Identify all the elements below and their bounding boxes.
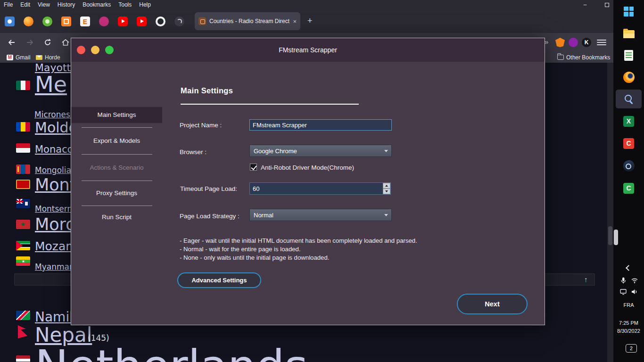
sidebar-divider xyxy=(82,181,152,181)
country-link-monaco[interactable]: Monaco xyxy=(35,144,74,155)
help-line-none: - None - only waits until the initial pa… xyxy=(180,254,329,261)
overflow-chevron-icon[interactable]: » xyxy=(545,38,548,46)
country-link-mongolia[interactable]: Mongolia xyxy=(35,165,71,175)
next-button[interactable]: Next xyxy=(457,294,528,314)
active-tab[interactable]: Countries - Radio Stream Direct × xyxy=(195,12,300,30)
tab-close-icon[interactable]: × xyxy=(293,18,297,25)
file-explorer-icon xyxy=(623,30,635,38)
country-link-morocco[interactable]: Moro xyxy=(35,215,76,234)
pinned-tab-youtube2-icon[interactable] xyxy=(137,16,147,26)
screen: Mayotte Me Micronesi Moldo Monaco Mongol… xyxy=(0,0,644,362)
search-icon xyxy=(624,94,634,104)
spin-up-button[interactable] xyxy=(383,183,390,189)
pinned-tab-github-icon[interactable] xyxy=(156,16,165,26)
taskbar-scroll-indicator[interactable] xyxy=(614,230,618,245)
steam-button[interactable] xyxy=(613,156,644,176)
flag-morocco-icon xyxy=(16,220,30,229)
fmstream-scrapper-dialog: FMstream Scrapper Main Settings Export &… xyxy=(71,38,545,325)
pinned-tab-youtube-icon[interactable] xyxy=(118,16,128,26)
sidebar-item-export-models[interactable]: Export & Models xyxy=(71,133,162,149)
strategy-label: Page Load Strategy : xyxy=(180,213,239,220)
envelope-icon xyxy=(36,55,42,60)
strategy-select-value: Normal xyxy=(254,212,273,219)
window-minimize-button[interactable]: – xyxy=(574,0,596,9)
speaker-icon[interactable] xyxy=(631,288,638,296)
k-extension-icon[interactable]: K xyxy=(582,38,591,47)
flag-montenegro-icon xyxy=(16,180,30,189)
menu-edit[interactable]: Edit xyxy=(17,0,34,9)
sidebar-item-run-script[interactable]: Run Script xyxy=(71,209,162,225)
spin-down-button[interactable] xyxy=(383,189,390,194)
country-link-netherlands[interactable]: Netherlands xyxy=(35,340,308,362)
windows-logo-icon xyxy=(624,7,634,16)
metamask-extension-icon[interactable] xyxy=(555,38,565,47)
clock-time[interactable]: 7:25 PM xyxy=(613,320,644,326)
browser-select[interactable]: Google Chrome xyxy=(249,145,392,157)
sidebar-divider xyxy=(82,206,152,206)
sidebar-item-main-settings[interactable]: Main Settings xyxy=(71,107,162,123)
country-link-mexico[interactable]: Me xyxy=(35,72,67,97)
notification-center-button[interactable]: 2 xyxy=(626,344,637,353)
flag-montserrat-icon xyxy=(16,199,30,208)
green-app-button[interactable]: C xyxy=(613,178,644,198)
flag-moldova-icon xyxy=(16,122,30,132)
flag-myanmar-icon xyxy=(16,256,30,266)
project-name-input[interactable] xyxy=(249,119,392,131)
sidebar-item-proxy-settings[interactable]: Proxy Settings xyxy=(71,185,162,201)
scrollbar-thumb[interactable] xyxy=(608,226,612,245)
anti-robot-checkbox[interactable] xyxy=(250,164,257,171)
menu-tools[interactable]: Tools xyxy=(115,0,135,9)
pinned-tab-globe-icon[interactable] xyxy=(174,16,184,26)
country-link-myanmar[interactable]: Myanmar xyxy=(35,262,73,272)
menu-history[interactable]: History xyxy=(54,0,79,9)
pinned-tab-green-icon[interactable] xyxy=(42,16,52,26)
strategy-select[interactable]: Normal xyxy=(249,209,392,221)
new-tab-button[interactable]: + xyxy=(307,16,313,26)
bookmark-horde[interactable]: Horde xyxy=(36,52,60,63)
timeout-spinbox xyxy=(249,182,391,195)
back-icon[interactable] xyxy=(8,38,16,47)
browser-select-value: Google Chrome xyxy=(254,148,297,155)
start-button[interactable] xyxy=(613,1,644,22)
tray-icons-row-1 xyxy=(613,275,644,286)
gmail-icon: M xyxy=(7,55,13,60)
back-to-top-button[interactable]: ↑ xyxy=(584,275,588,283)
red-app-button[interactable]: C xyxy=(613,133,644,154)
menu-file[interactable]: File xyxy=(0,0,17,9)
language-indicator[interactable]: FRA xyxy=(613,302,644,308)
search-tool-button[interactable] xyxy=(613,89,644,109)
firefox-button[interactable] xyxy=(613,67,644,88)
menu-bookmarks[interactable]: Bookmarks xyxy=(79,0,115,9)
display-icon[interactable] xyxy=(619,288,627,296)
country-link-micronesia[interactable]: Micronesi xyxy=(34,110,73,119)
other-bookmarks-button[interactable]: Other Bookmarks xyxy=(557,52,610,63)
menu-view[interactable]: View xyxy=(34,0,54,9)
microphone-icon[interactable] xyxy=(619,277,627,284)
home-icon[interactable] xyxy=(61,38,70,47)
notes-app-button[interactable] xyxy=(613,45,644,66)
pinned-tab-magenta-icon[interactable] xyxy=(99,16,109,26)
bookmark-gmail[interactable]: M Gmail xyxy=(7,52,30,63)
clock-date[interactable]: 8/30/2022 xyxy=(613,328,644,334)
tray-expand-button[interactable] xyxy=(613,262,644,273)
pinned-tab-grid-icon[interactable] xyxy=(61,16,71,26)
purple-extension-icon[interactable] xyxy=(569,38,578,47)
dialog-titlebar[interactable]: FMstream Scrapper xyxy=(71,38,545,62)
wifi-icon[interactable] xyxy=(631,277,638,284)
reload-icon[interactable] xyxy=(43,38,52,47)
menu-help[interactable]: Help xyxy=(135,0,155,9)
sidebar-divider xyxy=(82,154,152,155)
country-link-montserrat[interactable]: Montserra xyxy=(35,204,75,214)
pinned-tab-e-icon[interactable]: E xyxy=(80,16,90,26)
country-link-montenegro[interactable]: Mont xyxy=(35,175,76,194)
browser-label: Browser : xyxy=(180,148,206,156)
file-explorer-button[interactable] xyxy=(613,23,644,43)
pinned-tab-photos-icon[interactable] xyxy=(5,16,15,26)
reading-list-icon[interactable] xyxy=(597,38,606,47)
timeout-input[interactable] xyxy=(249,182,391,195)
forward-icon[interactable] xyxy=(25,38,34,47)
excel-button[interactable]: X xyxy=(613,111,644,132)
page-scrollbar[interactable] xyxy=(607,63,613,362)
advanced-settings-button[interactable]: Advanced Settings xyxy=(177,272,261,288)
pinned-tab-fox-icon[interactable] xyxy=(24,16,33,26)
